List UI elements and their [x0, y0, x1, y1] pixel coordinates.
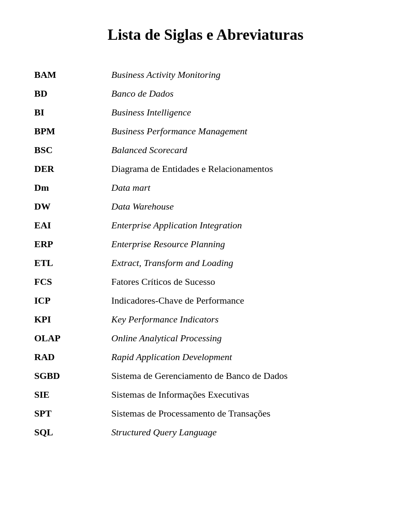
- acronym-term: BSC: [34, 145, 111, 156]
- acronym-term: SGBD: [34, 370, 111, 381]
- acronym-term: BI: [34, 107, 111, 118]
- list-item: SQLStructured Query Language: [34, 427, 377, 438]
- list-item: SGBDSistema de Gerenciamento de Banco de…: [34, 370, 377, 381]
- list-item: EAIEnterprise Application Integration: [34, 220, 377, 231]
- acronym-definition: Sistemas de Informações Executivas: [111, 389, 377, 400]
- list-item: SPTSistemas de Processamento de Transaçõ…: [34, 408, 377, 419]
- acronym-term: SIE: [34, 389, 111, 400]
- acronym-term: OLAP: [34, 333, 111, 344]
- acronym-definition: Data Warehouse: [111, 201, 377, 212]
- acronym-definition: Enterprise Resource Planning: [111, 239, 377, 250]
- acronym-definition: Key Performance Indicators: [111, 314, 377, 325]
- acronym-definition: Extract, Transform and Loading: [111, 257, 377, 269]
- list-item: ETLExtract, Transform and Loading: [34, 257, 377, 269]
- list-item: ICPIndicadores-Chave de Performance: [34, 295, 377, 306]
- acronym-definition: Structured Query Language: [111, 427, 377, 438]
- list-item: DWData Warehouse: [34, 201, 377, 212]
- list-item: BDBanco de Dados: [34, 88, 377, 99]
- acronym-term: ETL: [34, 257, 111, 269]
- acronym-definition: Balanced Scorecard: [111, 145, 377, 156]
- acronym-definition: Fatores Críticos de Sucesso: [111, 276, 377, 287]
- acronym-definition: Enterprise Application Integration: [111, 220, 377, 231]
- acronym-definition: Business Intelligence: [111, 107, 377, 118]
- acronym-definition: Business Performance Management: [111, 126, 377, 137]
- acronym-term: DER: [34, 163, 111, 174]
- acronym-term: BD: [34, 88, 111, 99]
- list-item: DERDiagrama de Entidades e Relacionament…: [34, 163, 377, 174]
- acronym-definition: Banco de Dados: [111, 88, 377, 99]
- acronym-term: KPI: [34, 314, 111, 325]
- acronym-term: BAM: [34, 69, 111, 80]
- acronym-term: SPT: [34, 408, 111, 419]
- acronym-definition: Rapid Application Development: [111, 352, 377, 363]
- acronym-term: Dm: [34, 182, 111, 193]
- acronym-definition: Indicadores-Chave de Performance: [111, 295, 377, 306]
- list-item: DmData mart: [34, 182, 377, 193]
- acronym-term: DW: [34, 201, 111, 212]
- acronym-term: EAI: [34, 220, 111, 231]
- acronym-term: SQL: [34, 427, 111, 438]
- list-item: RADRapid Application Development: [34, 352, 377, 363]
- acronym-definition: Sistemas de Processamento de Transações: [111, 408, 377, 419]
- acronym-definition: Sistema de Gerenciamento de Banco de Dad…: [111, 370, 377, 381]
- list-item: KPIKey Performance Indicators: [34, 314, 377, 325]
- list-item: BSCBalanced Scorecard: [34, 145, 377, 156]
- acronym-list: BAMBusiness Activity MonitoringBDBanco d…: [34, 69, 377, 438]
- acronym-term: ICP: [34, 295, 111, 306]
- acronym-term: RAD: [34, 352, 111, 363]
- list-item: BPMBusiness Performance Management: [34, 126, 377, 137]
- list-item: BAMBusiness Activity Monitoring: [34, 69, 377, 80]
- acronym-definition: Business Activity Monitoring: [111, 69, 377, 80]
- acronym-definition: Data mart: [111, 182, 377, 193]
- acronym-term: ERP: [34, 239, 111, 250]
- acronym-term: FCS: [34, 276, 111, 287]
- acronym-definition: Online Analytical Processing: [111, 333, 377, 344]
- acronym-definition: Diagrama de Entidades e Relacionamentos: [111, 163, 377, 174]
- list-item: BIBusiness Intelligence: [34, 107, 377, 118]
- acronym-term: BPM: [34, 126, 111, 137]
- page-title: Lista de Siglas e Abreviaturas: [34, 26, 377, 44]
- list-item: OLAPOnline Analytical Processing: [34, 333, 377, 344]
- list-item: SIESistemas de Informações Executivas: [34, 389, 377, 400]
- list-item: FCSFatores Críticos de Sucesso: [34, 276, 377, 287]
- list-item: ERPEnterprise Resource Planning: [34, 239, 377, 250]
